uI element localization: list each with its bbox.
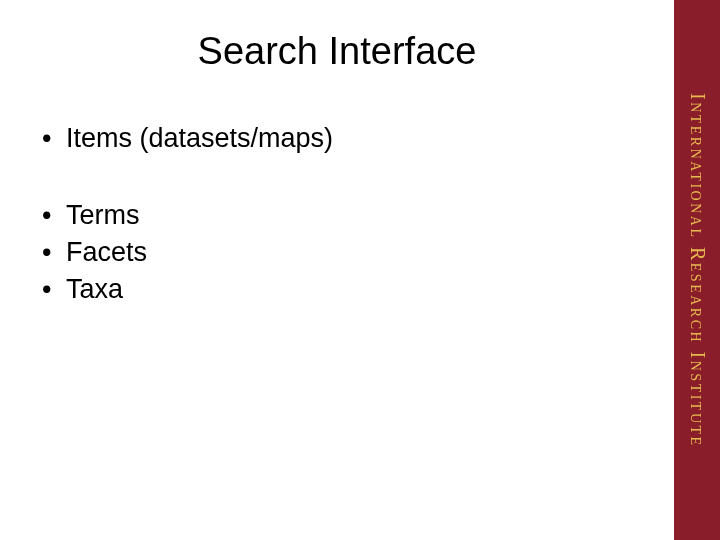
list-item: Items (datasets/maps) bbox=[38, 123, 644, 154]
bullet-list: Items (datasets/maps) bbox=[38, 123, 644, 154]
slide-title: Search Interface bbox=[30, 30, 644, 73]
brand-sidebar: International Research Institute bbox=[674, 0, 720, 540]
spacer bbox=[30, 160, 644, 200]
list-item: Facets bbox=[38, 237, 644, 268]
list-item: Terms bbox=[38, 200, 644, 231]
slide-content: Search Interface Items (datasets/maps) T… bbox=[0, 0, 674, 540]
brand-label: International Research Institute bbox=[686, 93, 709, 448]
list-item: Taxa bbox=[38, 274, 644, 305]
bullet-list: Terms Facets Taxa bbox=[38, 200, 644, 305]
